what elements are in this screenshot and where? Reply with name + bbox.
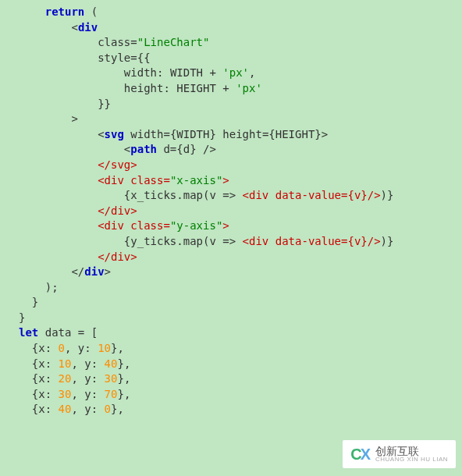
- code-line: }: [19, 311, 25, 324]
- code-line: return (: [19, 5, 98, 18]
- code-line: }: [19, 296, 38, 308]
- code-line: <div class="y-axis">: [19, 219, 229, 232]
- code-block: return ( <div class="LineChart" style={{…: [0, 0, 462, 422]
- code-line: {x: 30, y: 70},: [19, 388, 130, 400]
- code-line: );: [19, 281, 59, 293]
- code-line: </div>: [19, 204, 137, 217]
- code-line: <svg width={WIDTH} height={HEIGHT}>: [19, 128, 328, 140]
- code-line: class="LineChart": [19, 36, 209, 48]
- code-line: style={{: [19, 52, 151, 64]
- code-line: let data = [: [19, 326, 98, 339]
- watermark-logo-icon: CX: [350, 443, 371, 465]
- code-line: {x: 10, y: 40},: [19, 357, 130, 370]
- code-line: <path d={d} />: [19, 143, 216, 155]
- code-line: {y_ticks.map(v => <div data-value={v}/>)…: [19, 235, 393, 247]
- code-line: >: [19, 112, 78, 125]
- watermark: CX 创新互联 CHUANG XIN HU LIAN: [343, 440, 456, 468]
- code-line: {x: 40, y: 0},: [19, 403, 124, 415]
- code-line: </div>: [19, 250, 137, 263]
- code-line: width: WIDTH + 'px',: [19, 66, 255, 79]
- watermark-text-cn: 创新互联: [375, 446, 448, 456]
- code-line: </svg>: [19, 158, 137, 171]
- code-line: <div class="x-axis">: [19, 174, 229, 186]
- code-line: }}: [19, 98, 111, 110]
- code-line: {x_ticks.map(v => <div data-value={v}/>)…: [19, 189, 393, 201]
- code-line: </div>: [19, 265, 111, 278]
- watermark-text-en: CHUANG XIN HU LIAN: [375, 456, 448, 463]
- code-line: {x: 20, y: 30},: [19, 372, 130, 385]
- code-line: {x: 0, y: 10},: [19, 342, 124, 354]
- code-line: height: HEIGHT + 'px': [19, 82, 262, 94]
- code-line: <div: [19, 21, 98, 34]
